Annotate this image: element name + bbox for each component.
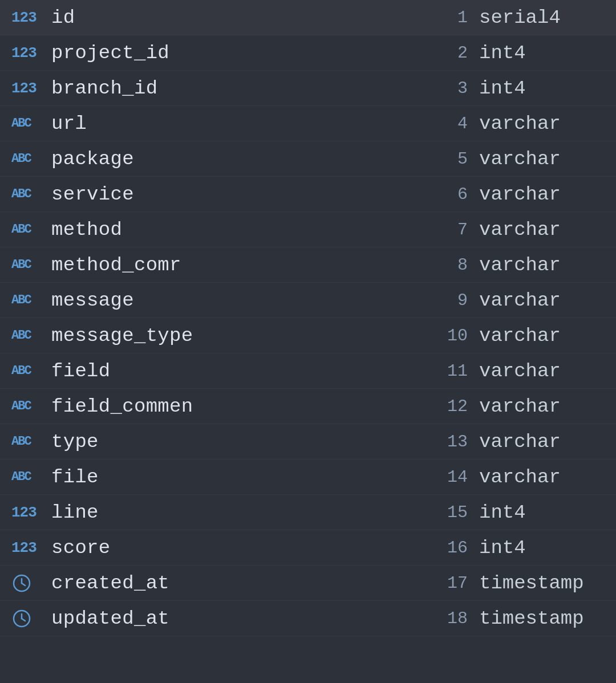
table-row[interactable]: created_at17timestamp	[0, 566, 616, 601]
column-name: field_commen	[51, 396, 193, 417]
column-ordinal: 7	[457, 220, 468, 239]
table-row[interactable]: ABCmessage9varchar	[0, 283, 616, 318]
column-name: url	[51, 113, 87, 135]
column-name: file	[51, 466, 99, 488]
svg-line-5	[22, 619, 25, 621]
string-type-icon: ABC	[11, 152, 31, 166]
table-row[interactable]: ABCmethod7varchar	[0, 212, 616, 247]
column-ordinal: 11	[447, 361, 468, 381]
column-ordinal: 9	[457, 291, 468, 310]
column-type: varchar	[479, 431, 561, 453]
table-row[interactable]: 123score16int4	[0, 530, 616, 566]
string-type-icon: ABC	[11, 222, 31, 237]
column-type: varchar	[479, 290, 561, 311]
column-name: score	[51, 537, 111, 559]
string-type-icon: ABC	[11, 187, 31, 201]
numeric-type-icon: 123	[11, 504, 37, 521]
column-ordinal: 1	[457, 8, 468, 27]
string-type-icon: ABC	[11, 399, 31, 413]
column-name: type	[51, 431, 99, 453]
numeric-type-icon: 123	[11, 9, 37, 26]
column-ordinal: 12	[447, 397, 468, 416]
column-type: varchar	[479, 466, 561, 488]
column-ordinal: 5	[457, 149, 468, 169]
column-ordinal: 16	[447, 538, 468, 558]
column-name: message_type	[51, 325, 193, 347]
table-row[interactable]: 123branch_id3int4	[0, 71, 616, 106]
column-type: varchar	[479, 360, 561, 382]
column-ordinal: 4	[457, 114, 468, 133]
column-ordinal: 2	[457, 43, 468, 63]
column-type: int4	[479, 502, 526, 523]
column-name: method	[51, 219, 122, 241]
string-type-icon: ABC	[11, 434, 31, 449]
column-name: message	[51, 290, 134, 311]
table-row[interactable]: ABCfield_commen12varchar	[0, 389, 616, 424]
table-row[interactable]: 123id1serial4	[0, 0, 616, 35]
column-type: varchar	[479, 254, 561, 276]
column-name: field	[51, 360, 111, 382]
table-row[interactable]: ABCurl4varchar	[0, 106, 616, 141]
table-row[interactable]: ABCmethod_comr8varchar	[0, 247, 616, 283]
timestamp-type-icon	[11, 573, 32, 593]
column-type: serial4	[479, 7, 561, 29]
numeric-type-icon: 123	[11, 80, 37, 97]
column-ordinal: 15	[447, 503, 468, 522]
table-row[interactable]: ABCfile14varchar	[0, 460, 616, 495]
column-ordinal: 3	[457, 79, 468, 98]
column-name: created_at	[51, 572, 169, 594]
table-row[interactable]: ABCservice6varchar	[0, 177, 616, 212]
timestamp-type-icon	[11, 608, 32, 629]
column-name: package	[51, 148, 134, 170]
column-name: updated_at	[51, 608, 169, 629]
string-type-icon: ABC	[11, 364, 31, 378]
column-ordinal: 8	[457, 255, 468, 275]
column-ordinal: 17	[447, 574, 468, 593]
column-type: int4	[479, 537, 526, 559]
column-type: varchar	[479, 396, 561, 417]
column-ordinal: 18	[447, 609, 468, 628]
string-type-icon: ABC	[11, 470, 31, 484]
column-type: varchar	[479, 325, 561, 347]
string-type-icon: ABC	[11, 328, 31, 343]
numeric-type-icon: 123	[11, 539, 37, 556]
column-ordinal: 6	[457, 185, 468, 204]
column-type: varchar	[479, 148, 561, 170]
string-type-icon: ABC	[11, 258, 31, 272]
column-type: varchar	[479, 219, 561, 241]
table-row[interactable]: 123project_id2int4	[0, 35, 616, 71]
schema-table: 123id1serial4123project_id2int4123branch…	[0, 0, 616, 636]
column-type: varchar	[479, 113, 561, 135]
string-type-icon: ABC	[11, 293, 31, 307]
table-row[interactable]: 123line15int4	[0, 495, 616, 530]
column-name: line	[51, 502, 99, 523]
column-name: project_id	[51, 42, 169, 64]
column-ordinal: 14	[447, 467, 468, 487]
column-name: id	[51, 7, 75, 29]
column-type: varchar	[479, 184, 561, 205]
column-type: int4	[479, 78, 526, 99]
column-name: method_comr	[51, 254, 181, 276]
column-ordinal: 10	[447, 326, 468, 345]
svg-line-2	[22, 583, 25, 586]
column-ordinal: 13	[447, 432, 468, 452]
column-name: branch_id	[51, 78, 157, 99]
string-type-icon: ABC	[11, 116, 31, 131]
column-name: service	[51, 184, 134, 205]
numeric-type-icon: 123	[11, 44, 37, 62]
table-row[interactable]: ABCtype13varchar	[0, 424, 616, 460]
table-row[interactable]: updated_at18timestamp	[0, 601, 616, 636]
column-type: int4	[479, 42, 526, 64]
column-type: timestamp	[479, 608, 584, 629]
table-row[interactable]: ABCmessage_type10varchar	[0, 318, 616, 353]
table-row[interactable]: ABCpackage5varchar	[0, 141, 616, 177]
column-type: timestamp	[479, 572, 584, 594]
table-row[interactable]: ABCfield11varchar	[0, 353, 616, 389]
